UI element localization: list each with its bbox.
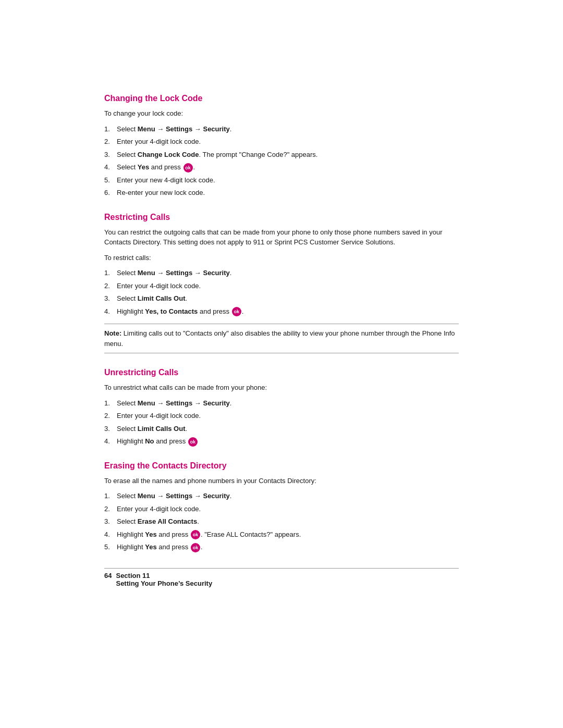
- section-title-erasing-contacts: Erasing the Contacts Directory: [104, 461, 459, 471]
- intro2-restricting-calls: To restrict calls:: [104, 253, 459, 263]
- section-body-erasing-contacts: To erase all the names and phone numbers…: [104, 476, 459, 552]
- step-text: Highlight No and press ok: [117, 436, 459, 447]
- section-changing-lock-code: Changing the Lock Code To change your lo…: [104, 94, 459, 198]
- step-3-change-lock: 3. Select Change Lock Code. The prompt "…: [104, 150, 459, 160]
- steps-list-restricting-calls: 1. Select Menu → Settings → Security. 2.…: [104, 268, 459, 316]
- steps-list-unrestricting: 1. Select Menu → Settings → Security. 2.…: [104, 398, 459, 447]
- step-num: 1.: [104, 124, 115, 134]
- step-text: Highlight Yes and press ok.: [117, 542, 459, 552]
- step-num: 3.: [104, 424, 115, 434]
- step-num: 3.: [104, 150, 115, 160]
- step-4-unrestrict: 4. Highlight No and press ok: [104, 436, 459, 447]
- step-num: 4.: [104, 162, 115, 172]
- note-label: Note:: [104, 329, 121, 337]
- step-1-unrestrict: 1. Select Menu → Settings → Security.: [104, 398, 459, 409]
- step-2-erase: 2. Enter your 4-digit lock code.: [104, 504, 459, 514]
- step-text: Enter your 4-digit lock code.: [117, 411, 459, 421]
- intro-text-changing-lock-code: To change your lock code:: [104, 108, 459, 119]
- footer-page-number: 64: [104, 572, 112, 579]
- step-text: Re-enter your new lock code.: [117, 188, 459, 198]
- step-num: 2.: [104, 137, 115, 147]
- ok-button-icon: ok: [183, 163, 193, 172]
- ok-button-icon: ok: [191, 543, 200, 552]
- section-unrestricting-calls: Unrestricting Calls To unrestrict what c…: [104, 368, 459, 447]
- intro-long-restricting-calls: You can restrict the outgoing calls that…: [104, 227, 459, 248]
- step-3-erase: 3. Select Erase All Contacts.: [104, 516, 459, 527]
- step-6-change-lock: 6. Re-enter your new lock code.: [104, 188, 459, 198]
- step-num: 5.: [104, 542, 115, 552]
- step-1-restrict: 1. Select Menu → Settings → Security.: [104, 268, 459, 278]
- ok-button-icon: ok: [188, 437, 198, 447]
- step-num: 1.: [104, 268, 115, 278]
- step-num: 5.: [104, 175, 115, 186]
- step-num: 1.: [104, 491, 115, 501]
- step-text: Select Yes and press ok.: [117, 162, 459, 172]
- steps-list-erasing: 1. Select Menu → Settings → Security. 2.…: [104, 491, 459, 552]
- step-1-change-lock: 1. Select Menu → Settings → Security.: [104, 124, 459, 134]
- step-num: 2.: [104, 411, 115, 421]
- step-text: Enter your 4-digit lock code.: [117, 504, 459, 514]
- section-erasing-contacts: Erasing the Contacts Directory To erase …: [104, 461, 459, 552]
- step-text: Highlight Yes, to Contacts and press ok.: [117, 306, 459, 317]
- footer-section-title: Setting Your Phone’s Security: [116, 579, 212, 587]
- note-text: Limiting calls out to "Contacts only" al…: [104, 329, 455, 348]
- ok-button-icon: ok: [232, 307, 241, 316]
- section-title-restricting-calls: Restricting Calls: [104, 213, 459, 222]
- step-2-restrict: 2. Enter your 4-digit lock code.: [104, 281, 459, 291]
- steps-list-changing-lock-code: 1. Select Menu → Settings → Security. 2.…: [104, 124, 459, 198]
- footer-section-label: Section 11: [116, 572, 150, 579]
- step-4-erase: 4. Highlight Yes and press ok. "Erase AL…: [104, 529, 459, 540]
- step-num: 3.: [104, 293, 115, 304]
- page-content: Changing the Lock Code To change your lo…: [104, 0, 459, 629]
- section-restricting-calls: Restricting Calls You can restrict the o…: [104, 213, 459, 354]
- note-box-restricting: Note: Limiting calls out to "Contacts on…: [104, 324, 459, 353]
- ok-button-icon: ok: [191, 530, 200, 539]
- step-num: 2.: [104, 504, 115, 514]
- section-title-unrestricting-calls: Unrestricting Calls: [104, 368, 459, 377]
- page-footer: 64 Section 11 Setting Your Phone’s Secur…: [104, 568, 459, 587]
- section-body-unrestricting-calls: To unrestrict what calls can be made fro…: [104, 382, 459, 447]
- step-text: Select Menu → Settings → Security.: [117, 124, 459, 134]
- step-3-restrict: 3. Select Limit Calls Out.: [104, 293, 459, 304]
- step-num: 4.: [104, 529, 115, 540]
- step-num: 4.: [104, 306, 115, 317]
- step-2-unrestrict: 2. Enter your 4-digit lock code.: [104, 411, 459, 421]
- intro-text-erasing: To erase all the names and phone numbers…: [104, 476, 459, 486]
- step-text: Highlight Yes and press ok. "Erase ALL C…: [117, 529, 459, 540]
- step-1-erase: 1. Select Menu → Settings → Security.: [104, 491, 459, 501]
- step-text: Select Limit Calls Out.: [117, 424, 459, 434]
- step-5-erase: 5. Highlight Yes and press ok.: [104, 542, 459, 552]
- section-body-changing-lock-code: To change your lock code: 1. Select Menu…: [104, 108, 459, 198]
- step-num: 2.: [104, 281, 115, 291]
- step-5-change-lock: 5. Enter your new 4-digit lock code.: [104, 175, 459, 186]
- step-text: Enter your 4-digit lock code.: [117, 281, 459, 291]
- step-text: Select Change Lock Code. The prompt "Cha…: [117, 150, 459, 160]
- step-4-change-lock: 4. Select Yes and press ok.: [104, 162, 459, 172]
- step-num: 4.: [104, 436, 115, 447]
- step-text: Select Menu → Settings → Security.: [117, 491, 459, 501]
- step-text: Select Limit Calls Out.: [117, 293, 459, 304]
- footer-section-info: Section 11 Setting Your Phone’s Security: [116, 572, 212, 587]
- step-text: Select Menu → Settings → Security.: [117, 398, 459, 409]
- step-num: 6.: [104, 188, 115, 198]
- section-body-restricting-calls: You can restrict the outgoing calls that…: [104, 227, 459, 354]
- step-num: 1.: [104, 398, 115, 409]
- step-text: Enter your 4-digit lock code.: [117, 137, 459, 147]
- step-text: Enter your new 4-digit lock code.: [117, 175, 459, 186]
- step-2-change-lock: 2. Enter your 4-digit lock code.: [104, 137, 459, 147]
- step-text: Select Menu → Settings → Security.: [117, 268, 459, 278]
- section-title-changing-lock-code: Changing the Lock Code: [104, 94, 459, 103]
- step-text: Select Erase All Contacts.: [117, 516, 459, 527]
- step-3-unrestrict: 3. Select Limit Calls Out.: [104, 424, 459, 434]
- step-num: 3.: [104, 516, 115, 527]
- intro-text-unrestricting: To unrestrict what calls can be made fro…: [104, 382, 459, 393]
- step-4-restrict: 4. Highlight Yes, to Contacts and press …: [104, 306, 459, 317]
